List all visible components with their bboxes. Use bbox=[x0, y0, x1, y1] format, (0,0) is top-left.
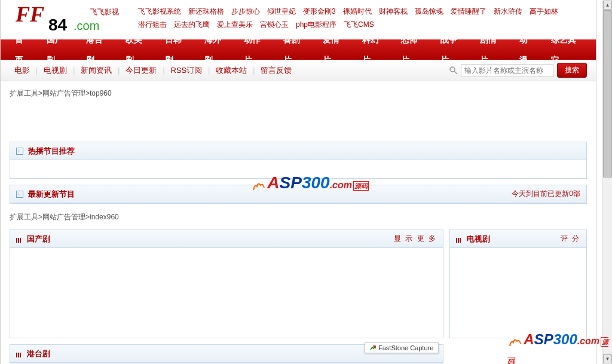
top-links: 飞飞影视系统新还珠格格步步惊心倾世皇妃变形金刚3裸婚时代财神客栈孤岛惊魂爱情睡醒… bbox=[126, 5, 584, 31]
nav-item[interactable]: 日韩剧 bbox=[157, 29, 196, 70]
subnav-item[interactable]: 电视剧 bbox=[39, 66, 72, 75]
watermark-logo: ASP300.com源码 bbox=[251, 173, 371, 197]
faststone-capture-badge: FastStone Capture bbox=[365, 342, 439, 353]
logo-84: 84 bbox=[48, 16, 67, 35]
logo-com: .com bbox=[74, 19, 99, 33]
search-box: 搜索 bbox=[449, 63, 587, 78]
top-link[interactable]: 高手如林 bbox=[530, 5, 558, 18]
top-link[interactable]: 新水浒传 bbox=[494, 5, 522, 18]
top-link[interactable]: 裸婚时代 bbox=[343, 5, 372, 18]
flame-icon bbox=[507, 334, 522, 351]
panel-title: 国产剧 bbox=[27, 234, 50, 244]
nav-item[interactable]: 喜剧片 bbox=[275, 29, 314, 70]
subnav-item[interactable]: 今日更新 bbox=[121, 66, 161, 75]
vertical-scrollbar[interactable]: ▲ ▼ bbox=[602, 0, 612, 364]
panel-guochan: 国产剧 显 示 更 多 bbox=[10, 230, 443, 338]
list-icon bbox=[456, 236, 463, 242]
site-logo[interactable]: FF 84 .com 飞飞影视 bbox=[13, 5, 126, 35]
logo-tagline: 飞飞影视 bbox=[90, 7, 119, 17]
breadcrumb: 扩展工具>网站广告管理>index960 bbox=[10, 210, 587, 225]
top-link[interactable]: 财神客栈 bbox=[379, 5, 408, 18]
top-link[interactable]: 倾世皇妃 bbox=[267, 5, 296, 18]
separator: | bbox=[161, 66, 166, 75]
nav-item[interactable]: 欧美剧 bbox=[117, 29, 157, 70]
scroll-up-arrow[interactable]: ▲ bbox=[603, 1, 612, 10]
nav-item[interactable]: 动作片 bbox=[235, 29, 275, 70]
svg-point-0 bbox=[450, 67, 455, 72]
nav-item[interactable]: 港台剧 bbox=[78, 29, 117, 70]
nav-item[interactable]: 首页 bbox=[7, 29, 38, 70]
search-icon bbox=[449, 66, 458, 75]
flame-icon bbox=[251, 178, 265, 195]
update-count: 今天到目前已更新0部 bbox=[512, 189, 580, 199]
logo-ff: FF bbox=[16, 2, 44, 27]
nav-item[interactable]: 恐怖片 bbox=[393, 29, 432, 70]
list-icon bbox=[16, 351, 23, 357]
nav-item[interactable]: 科幻片 bbox=[354, 29, 393, 70]
svg-line-1 bbox=[454, 71, 457, 74]
top-link[interactable]: 爱情睡醒了 bbox=[451, 5, 486, 18]
subnav-item[interactable]: 新闻资讯 bbox=[76, 66, 117, 75]
search-button[interactable]: 搜索 bbox=[557, 63, 587, 78]
subnav-item[interactable]: 留言反馈 bbox=[256, 66, 296, 75]
panel-title: 港台剧 bbox=[27, 348, 50, 359]
breadcrumb: 扩展工具>网站广告管理>top960 bbox=[10, 86, 587, 101]
top-link[interactable]: 飞飞影视系统 bbox=[138, 5, 181, 18]
subnav-item[interactable]: 收藏本站 bbox=[211, 66, 252, 75]
rating-link[interactable]: 评 分 bbox=[561, 234, 580, 244]
nav-item[interactable]: 爱情片 bbox=[314, 29, 354, 70]
subnav-item[interactable]: 电影 bbox=[10, 66, 35, 75]
top-link[interactable]: 变形金刚3 bbox=[303, 5, 336, 18]
nav-item[interactable]: 国产剧 bbox=[38, 29, 78, 70]
list-icon bbox=[16, 236, 23, 242]
top-link[interactable]: 新还珠格格 bbox=[188, 5, 224, 18]
watermark-logo-corner: ASP300.com源码 bbox=[507, 331, 609, 361]
top-link[interactable]: 孤岛惊魂 bbox=[415, 5, 443, 18]
subnav-item[interactable]: RSS订阅 bbox=[166, 66, 207, 75]
nav-item[interactable]: 海外剧 bbox=[196, 29, 235, 70]
panel-title: 最新更新节目 bbox=[28, 189, 75, 200]
panel-title: 热播节目推荐 bbox=[28, 146, 75, 157]
faststone-icon bbox=[370, 345, 376, 351]
expand-icon[interactable] bbox=[16, 191, 23, 198]
search-input[interactable] bbox=[461, 64, 553, 77]
scroll-thumb[interactable] bbox=[603, 10, 612, 178]
panel-dianshi: 电视剧 评 分 bbox=[449, 230, 587, 338]
show-more-link[interactable]: 显 示 更 多 bbox=[394, 234, 437, 244]
top-link[interactable]: 步步惊心 bbox=[231, 5, 260, 18]
expand-icon[interactable] bbox=[16, 148, 23, 155]
panel-title: 电视剧 bbox=[467, 234, 490, 244]
main-nav: 首页国产剧港台剧欧美剧日韩剧海外剧动作片喜剧片爱情片科幻片恐怖片战争片剧情片动漫… bbox=[1, 39, 596, 60]
